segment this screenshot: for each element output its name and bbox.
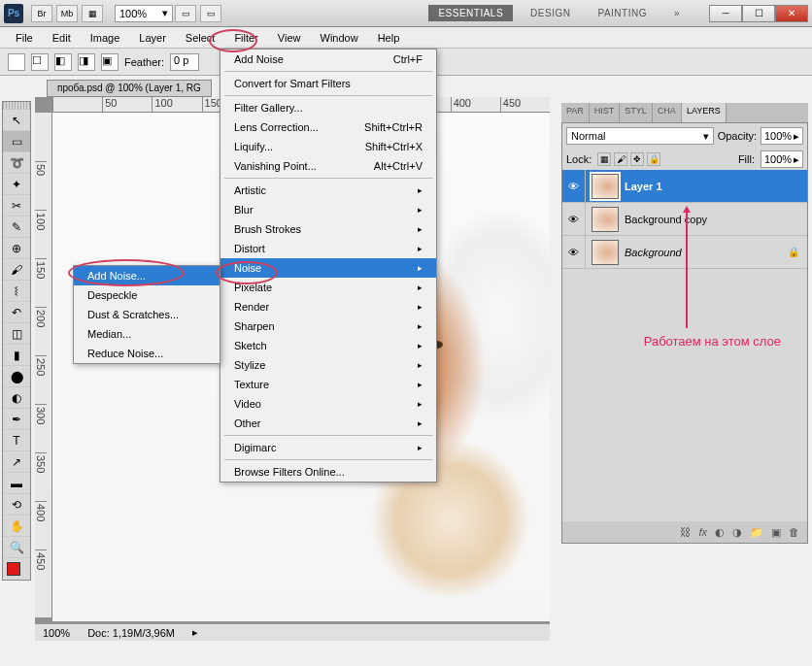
mask-icon[interactable]: ◐ xyxy=(715,526,725,539)
ruler-vertical[interactable]: 50100150200250300350400450 xyxy=(35,113,52,617)
color-swatches[interactable] xyxy=(3,558,30,580)
filter-stylize[interactable]: Stylize xyxy=(220,355,436,375)
visibility-toggle[interactable]: 👁 xyxy=(562,203,586,235)
menu-layer[interactable]: Layer xyxy=(129,29,176,47)
eyedropper-tool[interactable]: ✎ xyxy=(3,216,30,238)
move-tool[interactable]: ↖ xyxy=(3,110,30,131)
link-layers-icon[interactable]: ⛓ xyxy=(680,526,691,538)
layer-row[interactable]: 👁 Layer 1 xyxy=(562,170,807,203)
lock-pixels-icon[interactable]: 🖌 xyxy=(614,152,627,166)
status-doc-size[interactable]: Doc: 1,19M/3,96M xyxy=(87,627,175,639)
workspace-essentials[interactable]: ESSENTIALS xyxy=(428,5,513,21)
filter-other[interactable]: Other xyxy=(220,414,436,433)
bridge-button[interactable]: Br xyxy=(31,5,52,22)
adjustment-icon[interactable]: ◑ xyxy=(732,526,742,539)
noise-despeckle[interactable]: Despeckle xyxy=(74,285,220,305)
filter-sketch[interactable]: Sketch xyxy=(220,336,436,355)
selection-add-icon[interactable]: ◧ xyxy=(54,53,72,71)
healing-tool[interactable]: ⊕ xyxy=(3,238,30,259)
noise-dust-scratches[interactable]: Dust & Scratches... xyxy=(74,305,220,324)
dodge-tool[interactable]: ◐ xyxy=(3,387,30,409)
filter-pixelate[interactable]: Pixelate xyxy=(220,278,436,297)
filter-convert-smart[interactable]: Convert for Smart Filters xyxy=(220,74,436,93)
stamp-tool[interactable]: ⧙ xyxy=(3,281,30,302)
tab-histogram[interactable]: HIST xyxy=(590,103,621,122)
eraser-tool[interactable]: ◫ xyxy=(3,323,30,345)
layer-name[interactable]: Layer 1 xyxy=(625,181,807,192)
filter-artistic[interactable]: Artistic xyxy=(220,181,436,200)
crop-tool[interactable]: ✂ xyxy=(3,195,30,216)
filter-liquify[interactable]: Liquify...Shift+Ctrl+X xyxy=(220,137,436,156)
layer-thumbnail[interactable] xyxy=(592,174,619,199)
history-brush-tool[interactable]: ↶ xyxy=(3,302,30,323)
toolbox-grip[interactable] xyxy=(3,102,30,110)
filter-blur[interactable]: Blur xyxy=(220,200,436,219)
blend-mode-select[interactable]: Normal▾ xyxy=(566,127,714,145)
selection-intersect-icon[interactable]: ▣ xyxy=(101,53,118,71)
opacity-input[interactable]: 100%▸ xyxy=(761,127,803,145)
filter-brush-strokes[interactable]: Brush Strokes xyxy=(220,219,436,239)
screen-mode-button[interactable]: ▭ xyxy=(200,5,221,22)
filter-video[interactable]: Video xyxy=(220,394,436,414)
lock-all-icon[interactable]: 🔒 xyxy=(647,152,660,166)
menu-image[interactable]: Image xyxy=(81,29,130,47)
minibridge-button[interactable]: Mb xyxy=(56,5,78,22)
minimize-button[interactable]: ─ xyxy=(709,5,742,22)
workspace-painting[interactable]: PAINTING xyxy=(588,5,656,21)
fill-input[interactable]: 100%▸ xyxy=(761,150,803,168)
filter-browse-online[interactable]: Browse Filters Online... xyxy=(220,462,436,482)
filter-sharpen[interactable]: Sharpen xyxy=(220,316,436,336)
noise-reduce-noise[interactable]: Reduce Noise... xyxy=(74,344,220,363)
document-tab[interactable]: проба.psd @ 100% (Layer 1, RG xyxy=(47,80,212,97)
zoom-combo[interactable]: 100%▾ xyxy=(115,5,173,22)
menu-select[interactable]: Select xyxy=(176,29,225,47)
visibility-toggle[interactable]: 👁 xyxy=(562,170,586,202)
filter-render[interactable]: Render xyxy=(220,297,436,316)
pen-tool[interactable]: ✒ xyxy=(3,409,30,430)
tab-layers[interactable]: LAYERS xyxy=(682,103,727,122)
hand-tool[interactable]: ✋ xyxy=(3,516,30,537)
noise-median[interactable]: Median... xyxy=(74,324,220,344)
layer-row[interactable]: 👁 Background 🔒 xyxy=(562,236,807,269)
delete-layer-icon[interactable]: 🗑 xyxy=(789,526,799,538)
view-extras-button[interactable]: ▦ xyxy=(82,5,103,22)
filter-noise[interactable]: Noise xyxy=(220,258,436,278)
brush-tool[interactable]: 🖌 xyxy=(3,259,30,281)
noise-add-noise[interactable]: Add Noise... xyxy=(74,266,220,285)
fx-icon[interactable]: fx xyxy=(698,526,707,538)
menu-window[interactable]: Window xyxy=(311,29,368,47)
filter-vanishing-point[interactable]: Vanishing Point...Alt+Ctrl+V xyxy=(220,156,436,176)
lasso-tool[interactable]: ➰ xyxy=(3,152,30,174)
layer-name[interactable]: Background xyxy=(625,247,788,258)
path-tool[interactable]: ↗ xyxy=(3,451,30,473)
blur-tool[interactable]: ⬤ xyxy=(3,366,30,387)
tool-preset-icon[interactable] xyxy=(8,53,25,71)
close-button[interactable]: ✕ xyxy=(775,5,808,22)
filter-distort[interactable]: Distort xyxy=(220,239,436,258)
marquee-tool[interactable]: ▭ xyxy=(3,131,30,152)
menu-file[interactable]: File xyxy=(6,29,43,47)
filter-recent[interactable]: Add NoiseCtrl+F xyxy=(220,50,436,69)
status-zoom[interactable]: 100% xyxy=(43,627,70,639)
filter-lens-correction[interactable]: Lens Correction...Shift+Ctrl+R xyxy=(220,117,436,137)
menu-view[interactable]: View xyxy=(268,29,311,47)
shape-tool[interactable]: ▬ xyxy=(3,473,30,494)
wand-tool[interactable]: ✦ xyxy=(3,174,30,195)
menu-edit[interactable]: Edit xyxy=(43,29,81,47)
tab-channels[interactable]: CHA xyxy=(653,103,682,122)
menu-filter[interactable]: Filter xyxy=(224,29,267,47)
feather-input[interactable]: 0 p xyxy=(170,53,199,71)
selection-new-icon[interactable]: ☐ xyxy=(31,53,49,71)
workspace-more[interactable]: » xyxy=(664,5,690,21)
layer-thumbnail[interactable] xyxy=(592,240,619,265)
group-icon[interactable]: 📁 xyxy=(750,526,763,539)
tab-styles[interactable]: STYL xyxy=(620,103,653,122)
workspace-design[interactable]: DESIGN xyxy=(521,5,580,21)
3d-tool[interactable]: ⟲ xyxy=(3,494,30,516)
arrange-documents-button[interactable]: ▭ xyxy=(175,5,196,22)
visibility-toggle[interactable]: 👁 xyxy=(562,236,586,268)
selection-subtract-icon[interactable]: ◨ xyxy=(78,53,95,71)
filter-texture[interactable]: Texture xyxy=(220,375,436,394)
filter-gallery[interactable]: Filter Gallery... xyxy=(220,98,436,117)
new-layer-icon[interactable]: ▣ xyxy=(771,526,781,539)
